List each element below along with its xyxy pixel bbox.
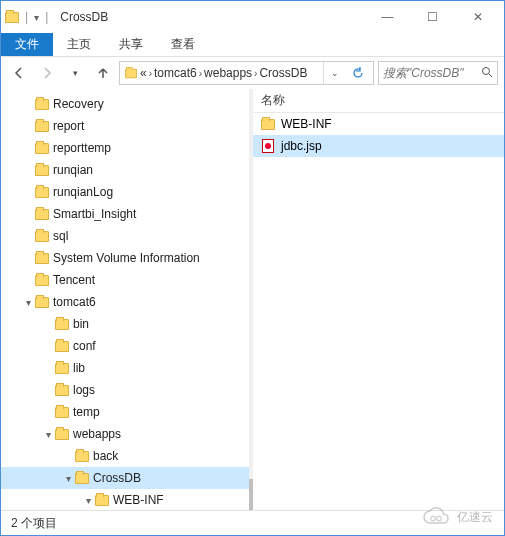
splitter[interactable] (249, 89, 253, 510)
tree-item-label: Tencent (53, 273, 95, 287)
address-dropdown[interactable]: ⌄ (323, 62, 345, 84)
tree-item[interactable]: Recovery (1, 93, 249, 115)
expand-toggle[interactable]: ▾ (41, 429, 55, 440)
tree-item-label: bin (73, 317, 89, 331)
expand-toggle[interactable]: ▾ (61, 473, 75, 484)
search-input[interactable] (383, 66, 481, 80)
tree-item[interactable]: conf (1, 335, 249, 357)
file-list: 名称 WEB-INFjdbc.jsp (253, 89, 504, 510)
tree-item[interactable]: ▾WEB-INF (1, 489, 249, 510)
folder-icon (35, 209, 49, 220)
list-item[interactable]: jdbc.jsp (253, 135, 504, 157)
folder-icon (125, 68, 137, 77)
expand-toggle[interactable]: ▾ (81, 495, 95, 506)
main-content: RecoveryreportreporttemprunqianrunqianLo… (1, 89, 504, 511)
folder-icon (55, 429, 69, 440)
tree-item[interactable]: lib (1, 357, 249, 379)
column-name[interactable]: 名称 (261, 92, 325, 109)
folder-icon (75, 473, 89, 484)
folder-icon (35, 275, 49, 286)
tree-item[interactable]: System Volume Information (1, 247, 249, 269)
tree-item[interactable]: bin (1, 313, 249, 335)
tree-item[interactable]: logs (1, 379, 249, 401)
arrow-left-icon (12, 66, 26, 80)
tree-item[interactable]: report (1, 115, 249, 137)
address-bar-row: ▾ « › tomcat6 › webapps › CrossDB ⌄ (1, 57, 504, 89)
tree-item[interactable]: Tencent (1, 269, 249, 291)
status-bar: 2 个项目 (1, 511, 504, 535)
list-item-label: WEB-INF (281, 117, 332, 131)
breadcrumb-segment-2[interactable]: CrossDB (259, 66, 307, 80)
arrow-up-icon (96, 66, 110, 80)
breadcrumb-segment-0[interactable]: tomcat6 › (154, 66, 202, 80)
tree-item-label: lib (73, 361, 85, 375)
tree-item[interactable]: runqian (1, 159, 249, 181)
folder-icon (35, 231, 49, 242)
folder-icon (35, 187, 49, 198)
refresh-button[interactable] (347, 62, 369, 84)
tree-item-label: tomcat6 (53, 295, 96, 309)
tree-item[interactable]: ▾webapps (1, 423, 249, 445)
tab-home[interactable]: 主页 (53, 33, 105, 56)
list-header[interactable]: 名称 (253, 89, 504, 113)
tree-item-label: Smartbi_Insight (53, 207, 136, 221)
tree-item[interactable]: runqianLog (1, 181, 249, 203)
navigation-tree[interactable]: RecoveryreportreporttemprunqianrunqianLo… (1, 89, 249, 510)
forward-button[interactable] (35, 61, 59, 85)
folder-icon (35, 99, 49, 110)
folder-icon (95, 495, 109, 506)
list-item[interactable]: WEB-INF (253, 113, 504, 135)
tab-view[interactable]: 查看 (157, 33, 209, 56)
search-icon[interactable] (481, 66, 493, 81)
tree-item-label: sql (53, 229, 68, 243)
tree-item[interactable]: ▾tomcat6 (1, 291, 249, 313)
up-button[interactable] (91, 61, 115, 85)
tree-item[interactable]: reporttemp (1, 137, 249, 159)
tab-file[interactable]: 文件 (1, 33, 53, 56)
tree-item-label: runqian (53, 163, 93, 177)
folder-icon (35, 165, 49, 176)
recent-dropdown[interactable]: ▾ (63, 61, 87, 85)
chevron-right-icon: › (254, 68, 257, 79)
tree-item-label: System Volume Information (53, 251, 200, 265)
tree-item[interactable]: temp (1, 401, 249, 423)
tree-item-label: webapps (73, 427, 121, 441)
qat-separator: | (25, 10, 28, 24)
folder-icon (55, 363, 69, 374)
folder-icon (35, 121, 49, 132)
quick-access-toolbar: | ▾ | (5, 10, 52, 24)
tree-item-label: reporttemp (53, 141, 111, 155)
tree-item-label: CrossDB (93, 471, 141, 485)
maximize-button[interactable]: ☐ (410, 3, 455, 31)
folder-icon (55, 407, 69, 418)
app-icon (5, 12, 19, 23)
tree-item[interactable]: sql (1, 225, 249, 247)
status-text: 2 个项目 (11, 515, 57, 532)
tree-item-label: WEB-INF (113, 493, 164, 507)
qat-dropdown-icon[interactable]: ▾ (34, 12, 39, 23)
back-button[interactable] (7, 61, 31, 85)
minimize-button[interactable]: — (365, 3, 410, 31)
breadcrumb[interactable]: « › tomcat6 › webapps › CrossDB ⌄ (119, 61, 374, 85)
tree-item-label: conf (73, 339, 96, 353)
breadcrumb-segment-1[interactable]: webapps › (204, 66, 257, 80)
chevron-right-icon: › (199, 68, 202, 79)
title-bar: | ▾ | CrossDB — ☐ ✕ (1, 1, 504, 33)
expand-toggle[interactable]: ▾ (21, 297, 35, 308)
list-body[interactable]: WEB-INFjdbc.jsp (253, 113, 504, 510)
window-buttons: — ☐ ✕ (365, 3, 500, 31)
svg-line-1 (489, 74, 492, 77)
breadcrumb-overflow[interactable]: « › (140, 66, 152, 80)
tree-item[interactable]: back (1, 445, 249, 467)
search-box[interactable] (378, 61, 498, 85)
folder-icon (55, 319, 69, 330)
tree-item[interactable]: Smartbi_Insight (1, 203, 249, 225)
splitter-thumb[interactable] (249, 479, 253, 511)
tree-item[interactable]: ▾CrossDB (1, 467, 249, 489)
close-button[interactable]: ✕ (455, 3, 500, 31)
folder-icon (35, 253, 49, 264)
folder-icon (55, 341, 69, 352)
folder-icon (75, 451, 89, 462)
tab-share[interactable]: 共享 (105, 33, 157, 56)
tree-item-label: Recovery (53, 97, 104, 111)
